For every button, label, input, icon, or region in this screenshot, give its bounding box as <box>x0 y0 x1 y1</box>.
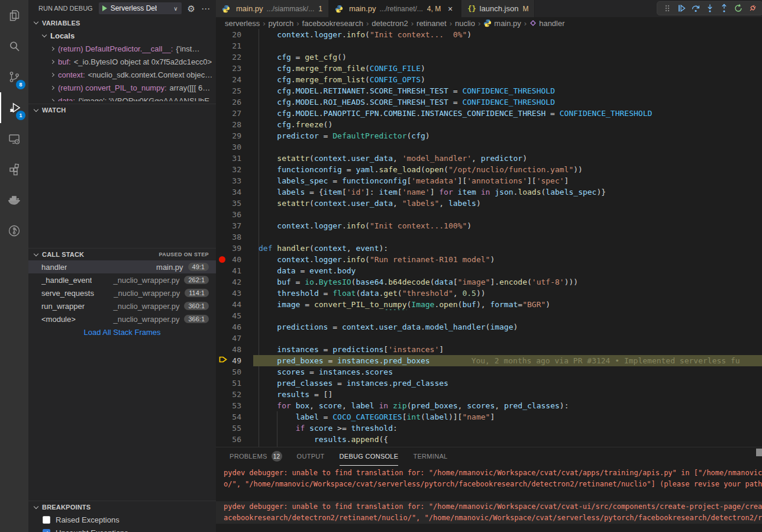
gutter[interactable]: 48 <box>216 344 259 355</box>
gutter[interactable]: 52 <box>216 389 259 400</box>
breakpoint-icon[interactable] <box>219 256 225 263</box>
code-line[interactable]: 26 cfg.MODEL.ROI_HEADS.SCORE_THRESH_TEST… <box>216 96 762 108</box>
code-line[interactable]: 37 context.logger.info("Init context...1… <box>216 220 762 231</box>
variables-section-header[interactable]: VARIABLES <box>28 17 216 29</box>
code-line[interactable]: 44 image = convert_PIL_to_numpy(Image.op… <box>216 299 762 310</box>
debug-disconnect-icon[interactable] <box>745 2 760 15</box>
code-line[interactable]: 31 setattr(context.user_data, 'model_han… <box>216 153 762 164</box>
close-icon[interactable]: × <box>445 4 455 14</box>
variable-row[interactable]: buf:<_io.BytesIO object at 0x7f5a2dc1ecc… <box>28 55 216 68</box>
gutter[interactable]: 50 <box>216 366 259 378</box>
variable-row[interactable]: (return) DefaultPredictor.__call__:{'ins… <box>28 42 216 55</box>
gutter[interactable]: 44 <box>216 299 259 310</box>
gutter[interactable]: 36 <box>216 209 259 220</box>
breadcrumb-item-facebookresearch[interactable]: facebookresearch <box>302 19 363 28</box>
code-line[interactable]: 51 pred_classes = instances.pred_classes <box>216 378 762 389</box>
extensions-icon[interactable] <box>0 154 28 185</box>
code-line[interactable]: 32 functionconfig = yaml.safe_load(open(… <box>216 164 762 175</box>
breadcrumb-item-nuclio[interactable]: nuclio <box>455 19 475 28</box>
gutter[interactable]: 34 <box>216 186 259 198</box>
breakpoints-section-header[interactable]: BREAKPOINTS <box>28 501 216 513</box>
tab-debug-console[interactable]: DEBUG CONSOLE <box>340 447 399 466</box>
code-line[interactable]: 41 data = event.body <box>216 265 762 276</box>
code-line[interactable]: 33 labels_spec = functionconfig['metadat… <box>216 175 762 186</box>
gutter[interactable]: 42 <box>216 276 259 288</box>
gutter[interactable]: 28 <box>216 119 259 130</box>
gutter[interactable]: 38 <box>216 231 259 243</box>
code-line[interactable]: 25 cfg.MODEL.RETINANET.SCORE_THRESH_TEST… <box>216 85 762 96</box>
debug-restart-icon[interactable] <box>731 2 745 15</box>
call-stack-frame[interactable]: _handle_event_nuclio_wrapper.py262:1 <box>28 273 216 286</box>
code-line[interactable]: 53 for box, score, label in zip(pred_box… <box>216 400 762 411</box>
code-line[interactable]: 56 results.append({ <box>216 434 762 445</box>
editor-tab-main.py[interactable]: main.py.../siammask/...1 <box>216 0 329 17</box>
source-control-icon[interactable]: 8 <box>0 62 28 92</box>
code-line[interactable]: 42 buf = io.BytesIO(base64.b64decode(dat… <box>216 276 762 288</box>
gutter[interactable]: 30 <box>216 141 259 153</box>
gutter[interactable]: 54 <box>216 411 259 423</box>
code-line[interactable]: 35 setattr(context.user_data, "labels", … <box>216 198 762 209</box>
breadcrumb-item-main.py[interactable]: main.py <box>483 19 521 28</box>
code-line[interactable]: 28 cfg.freeze() <box>216 119 762 130</box>
variable-row[interactable]: context:<nuclio_sdk.context.Context obje… <box>28 68 216 81</box>
gutter[interactable]: 40 <box>216 254 259 265</box>
debug-step-out-icon[interactable] <box>717 2 731 15</box>
gutter[interactable]: 39 <box>216 243 259 254</box>
more-actions-icon[interactable]: ⋯ <box>201 4 210 13</box>
tab-output[interactable]: OUTPUT <box>297 447 325 466</box>
code-line[interactable]: 46 predictions = context.user_data.model… <box>216 321 762 333</box>
gutter[interactable]: 26 <box>216 96 259 108</box>
code-line[interactable]: 40 context.logger.info("Run retinanet-R1… <box>216 254 762 265</box>
breadcrumb-item-handler[interactable]: handler <box>529 19 564 28</box>
call-stack-section-header[interactable]: CALL STACK PAUSED ON STEP <box>28 248 216 260</box>
code-line[interactable]: 52 results = [] <box>216 389 762 400</box>
breadcrumb-item-detectron2[interactable]: detectron2 <box>372 19 408 28</box>
code-line[interactable]: 29 predictor = DefaultPredictor(cfg) <box>216 130 762 141</box>
code-line[interactable]: 34 labels = {item['id']: item['name'] fo… <box>216 186 762 198</box>
gutter[interactable]: 23 <box>216 63 259 74</box>
code-line[interactable]: 47 <box>216 333 762 344</box>
code-line[interactable]: 22 cfg = get_cfg() <box>216 51 762 63</box>
start-debug-icon[interactable] <box>102 5 107 11</box>
code-line[interactable]: 24 cfg.merge_from_list(CONFIG_OPTS) <box>216 74 762 85</box>
breadcrumb-item-pytorch[interactable]: pytorch <box>269 19 294 28</box>
gutter[interactable]: 55 <box>216 423 259 434</box>
gear-icon[interactable]: ⚙ <box>188 4 195 13</box>
gutter[interactable]: 31 <box>216 153 259 164</box>
gutter[interactable]: 41 <box>216 265 259 276</box>
gutter[interactable]: 20 <box>216 29 259 40</box>
gutter[interactable]: 33 <box>216 175 259 186</box>
debug-step-into-icon[interactable] <box>703 2 717 15</box>
breadcrumb-item-retinanet[interactable]: retinanet <box>416 19 447 28</box>
debug-continue-icon[interactable] <box>674 2 689 15</box>
toolbar-grip-icon[interactable] <box>660 2 674 15</box>
gutter[interactable]: 25 <box>216 85 259 96</box>
tab-terminal[interactable]: TERMINAL <box>413 447 447 466</box>
gutter[interactable]: 29 <box>216 130 259 141</box>
breadcrumb-item-serverless[interactable]: serverless <box>225 19 260 28</box>
search-icon[interactable] <box>0 31 28 62</box>
call-stack-frame[interactable]: run_wrapper_nuclio_wrapper.py360:1 <box>28 299 216 312</box>
gutter-glyph[interactable] <box>216 355 229 366</box>
gutter[interactable]: 32 <box>216 164 259 175</box>
editor-tab-launch.json[interactable]: {}launch.jsonM <box>461 0 535 17</box>
breakpoint-checkbox[interactable]: ✓ <box>43 529 50 532</box>
code-line[interactable]: 36 <box>216 209 762 220</box>
code-line[interactable]: 23 cfg.merge_from_file(CONFIG_FILE) <box>216 63 762 74</box>
gutter[interactable]: 45 <box>216 310 259 321</box>
gutter[interactable]: 24 <box>216 74 259 85</box>
gutter[interactable]: 35 <box>216 198 259 209</box>
gutter[interactable]: 21 <box>216 40 259 51</box>
gutter[interactable]: 43 <box>216 288 259 299</box>
debug-step-over-icon[interactable] <box>689 2 703 15</box>
call-stack-frame[interactable]: handlermain.py49:1 <box>28 260 216 273</box>
gutter[interactable]: 56 <box>216 434 259 445</box>
code-line[interactable]: 54 label = COCO_CATEGORIES[int(label)]["… <box>216 411 762 423</box>
breakpoint-checkbox[interactable] <box>43 516 50 524</box>
call-stack-frame[interactable]: <module>_nuclio_wrapper.py366:1 <box>28 312 216 325</box>
gutter[interactable]: 46 <box>216 321 259 333</box>
explorer-icon[interactable] <box>0 0 28 31</box>
debug-config-dropdown[interactable]: Serverless Debu ∨ <box>99 2 182 14</box>
git-graph-icon[interactable] <box>0 215 28 246</box>
code-line[interactable]: 48 instances = predictions['instances'] <box>216 344 762 355</box>
